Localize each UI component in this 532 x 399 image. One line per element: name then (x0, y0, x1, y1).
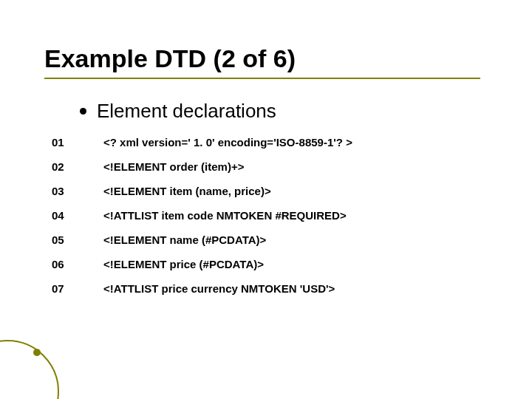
code-row: 04 <!ATTLIST item code NMTOKEN #REQUIRED… (52, 209, 495, 222)
slide: Example DTD (2 of 6) Element declaration… (0, 0, 532, 399)
code-text: <!ELEMENT order (item)+> (103, 160, 244, 173)
code-row: 01 <? xml version=' 1. 0' encoding='ISO-… (52, 136, 495, 149)
code-row: 03 <!ELEMENT item (name, price)> (52, 185, 495, 197)
line-number: 01 (52, 136, 103, 149)
line-number: 03 (52, 185, 103, 197)
line-number: 05 (52, 233, 103, 246)
code-row: 02 <!ELEMENT order (item)+> (52, 160, 495, 173)
code-list: 01 <? xml version=' 1. 0' encoding='ISO-… (52, 136, 495, 295)
decorative-circle (0, 340, 59, 399)
code-text: <? xml version=' 1. 0' encoding='ISO-885… (103, 136, 352, 149)
line-number: 06 (52, 258, 103, 270)
code-row: 06 <!ELEMENT price (#PCDATA)> (52, 258, 495, 270)
subtitle-text: Element declarations (97, 100, 276, 123)
line-number: 07 (52, 282, 103, 295)
line-number: 04 (52, 209, 103, 222)
code-text: <!ELEMENT price (#PCDATA)> (103, 258, 264, 270)
slide-title: Example DTD (2 of 6) (44, 44, 495, 73)
code-text: <!ELEMENT item (name, price)> (103, 185, 271, 197)
decorative-dot (33, 349, 41, 356)
code-text: <!ATTLIST price currency NMTOKEN 'USD'> (103, 282, 335, 295)
line-number: 02 (52, 160, 103, 173)
code-row: 07 <!ATTLIST price currency NMTOKEN 'USD… (52, 282, 495, 295)
bullet-icon (80, 108, 86, 115)
code-text: <!ELEMENT name (#PCDATA)> (103, 233, 266, 246)
subtitle-row: Element declarations (80, 100, 495, 123)
title-underline (44, 78, 480, 79)
code-text: <!ATTLIST item code NMTOKEN #REQUIRED> (103, 209, 347, 222)
code-row: 05 <!ELEMENT name (#PCDATA)> (52, 233, 495, 246)
